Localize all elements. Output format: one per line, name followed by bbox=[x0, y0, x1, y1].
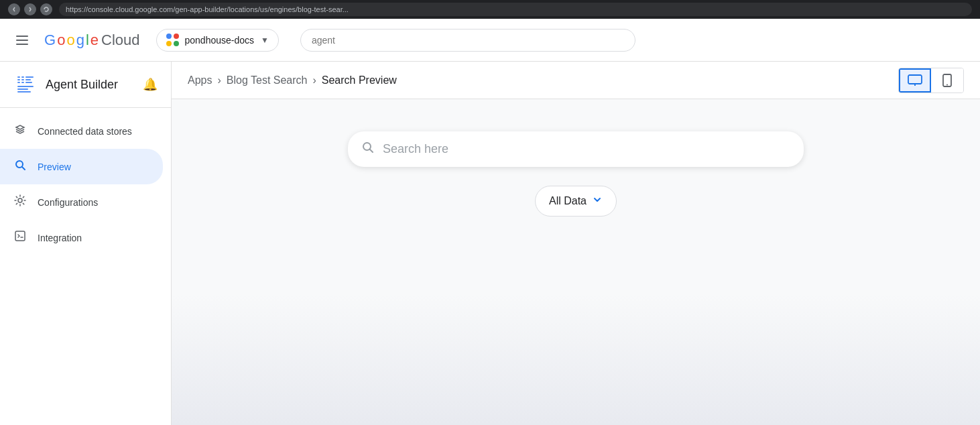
svg-rect-3 bbox=[17, 79, 20, 80]
svg-rect-10 bbox=[17, 86, 34, 87]
browser-bar: https://console.cloud.google.com/gen-app… bbox=[0, 0, 980, 19]
breadcrumb-current: Search Preview bbox=[322, 74, 397, 86]
desktop-view-button[interactable] bbox=[899, 68, 931, 93]
project-name: pondhouse-docs bbox=[185, 35, 255, 46]
sidebar-label-preview: Preview bbox=[38, 162, 71, 172]
browser-refresh[interactable] bbox=[40, 3, 52, 15]
svg-rect-6 bbox=[21, 82, 24, 83]
url-text: https://console.cloud.google.com/gen-app… bbox=[66, 5, 349, 13]
browser-controls bbox=[8, 3, 52, 15]
project-selector[interactable]: pondhouse-docs ▼ bbox=[156, 29, 279, 52]
svg-rect-18 bbox=[908, 75, 922, 84]
browser-back[interactable] bbox=[8, 3, 20, 15]
svg-rect-9 bbox=[25, 82, 32, 83]
main-layout: Agent Builder 🔔 Connected data stores bbox=[0, 62, 980, 425]
sidebar-label-data-stores: Connected data stores bbox=[38, 126, 132, 137]
sidebar-title: Agent Builder bbox=[46, 78, 118, 92]
header-search-input[interactable] bbox=[300, 29, 635, 52]
breadcrumb-sep-2: › bbox=[312, 74, 316, 86]
search-placeholder-text: Search here bbox=[383, 142, 448, 156]
breadcrumb-sep-1: › bbox=[217, 74, 221, 86]
content-area: Apps › Blog Test Search › Search Preview bbox=[172, 62, 980, 425]
url-bar[interactable]: https://console.cloud.google.com/gen-app… bbox=[59, 3, 972, 16]
svg-line-14 bbox=[22, 167, 25, 170]
sidebar-item-preview[interactable]: Preview bbox=[0, 149, 163, 184]
svg-point-22 bbox=[946, 84, 948, 85]
notification-bell-icon[interactable]: 🔔 bbox=[143, 77, 158, 92]
data-stores-icon bbox=[13, 123, 27, 139]
view-toggle bbox=[898, 68, 964, 93]
svg-rect-0 bbox=[13, 72, 38, 97]
svg-rect-2 bbox=[21, 76, 24, 78]
sidebar-nav: Connected data stores Preview bbox=[0, 108, 171, 261]
sidebar-item-connected-data-stores[interactable]: Connected data stores bbox=[0, 113, 163, 149]
search-magnifier-icon bbox=[361, 141, 375, 158]
breadcrumb-blog-test[interactable]: Blog Test Search bbox=[227, 74, 308, 86]
sidebar-item-configurations[interactable]: Configurations bbox=[0, 184, 163, 220]
svg-line-24 bbox=[370, 149, 373, 153]
agent-builder-icon bbox=[13, 72, 38, 97]
all-data-label: All Data bbox=[549, 195, 587, 207]
hamburger-menu[interactable] bbox=[11, 30, 34, 50]
project-icon bbox=[166, 34, 180, 47]
configurations-icon bbox=[13, 194, 27, 210]
svg-rect-16 bbox=[15, 231, 25, 241]
browser-forward[interactable] bbox=[24, 3, 36, 15]
svg-point-15 bbox=[18, 198, 22, 202]
sidebar-label-integration: Integration bbox=[38, 233, 82, 243]
sidebar-item-integration[interactable]: Integration bbox=[0, 220, 163, 255]
gc-header: Google Cloud pondhouse-docs ▼ bbox=[0, 19, 980, 62]
mobile-view-button[interactable] bbox=[931, 68, 963, 93]
svg-rect-12 bbox=[17, 91, 31, 93]
project-chevron-icon: ▼ bbox=[261, 36, 269, 45]
search-bar-container: Search here bbox=[348, 131, 804, 167]
google-cloud-logo: Google Cloud bbox=[44, 32, 140, 49]
preview-icon bbox=[13, 158, 27, 175]
svg-rect-5 bbox=[17, 82, 20, 83]
svg-rect-7 bbox=[25, 76, 34, 78]
svg-rect-11 bbox=[17, 88, 28, 90]
preview-content: Search here All Data bbox=[172, 99, 980, 425]
sidebar-label-configurations: Configurations bbox=[38, 197, 98, 208]
sidebar-header: Agent Builder 🔔 bbox=[0, 62, 171, 108]
svg-rect-8 bbox=[25, 79, 31, 80]
integration-icon bbox=[13, 229, 27, 246]
svg-rect-1 bbox=[17, 76, 20, 78]
all-data-dropdown[interactable]: All Data bbox=[535, 186, 617, 217]
all-data-chevron-icon bbox=[592, 194, 603, 208]
svg-rect-4 bbox=[21, 79, 24, 80]
breadcrumb-bar: Apps › Blog Test Search › Search Preview bbox=[172, 62, 980, 99]
breadcrumb-apps[interactable]: Apps bbox=[188, 74, 212, 86]
sidebar: Agent Builder 🔔 Connected data stores bbox=[0, 62, 172, 425]
